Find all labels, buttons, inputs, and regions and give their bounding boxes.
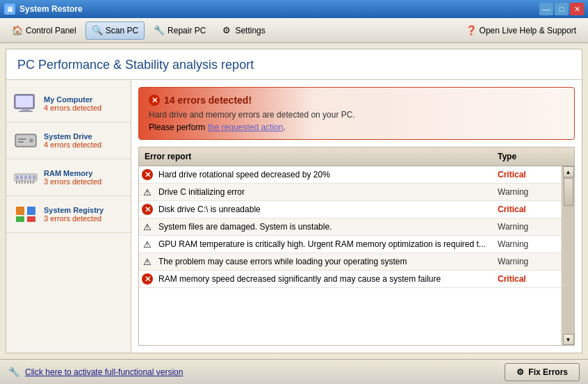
- main-content: PC Performance & Stability analysis repo…: [6, 49, 582, 353]
- fix-btn-icon: ⚙: [516, 367, 524, 377]
- maximize-button[interactable]: □: [555, 3, 569, 15]
- svg-rect-7: [18, 138, 26, 140]
- repair-pc-label: Repair PC: [168, 26, 206, 35]
- error-type: Warning: [492, 238, 562, 250]
- scan-pc-label: Scan PC: [106, 26, 138, 35]
- table-row: ✕Hard drive rotational speed decreased b…: [139, 166, 562, 184]
- svg-rect-11: [20, 175, 23, 179]
- error-icon: ✕: [142, 204, 153, 215]
- system-drive-status: 4 errors detected: [44, 141, 101, 149]
- status-bar: 🔧 Click here to activate full-functional…: [0, 359, 588, 384]
- control-panel-button[interactable]: 🏠 Control Panel: [6, 22, 83, 40]
- help-button[interactable]: ❓ Open Live Help & Support: [459, 22, 582, 40]
- table-row: ⚠Drive C initializing errorWarning: [139, 184, 562, 201]
- status-text[interactable]: Click here to activate full-functional v…: [25, 367, 183, 377]
- system-registry-status: 3 errors detected: [44, 214, 104, 223]
- svg-rect-8: [18, 141, 24, 143]
- error-type: Warning: [492, 255, 562, 268]
- svg-rect-20: [30, 181, 31, 184]
- svg-rect-14: [33, 175, 35, 179]
- error-text: Disk drive C:\ is unreadable: [156, 203, 492, 216]
- svg-rect-22: [16, 207, 24, 215]
- error-table: Error report Type ✕Hard drive rotational…: [138, 147, 575, 346]
- scan-pc-button[interactable]: 🔍 Scan PC: [85, 22, 145, 40]
- svg-rect-2: [22, 109, 30, 111]
- ram-memory-text: RAM Memory 3 errors detected: [44, 169, 101, 186]
- warning-icon: ⚠: [142, 221, 153, 232]
- sidebar-item-my-computer[interactable]: My Computer 4 errors detected: [6, 86, 131, 122]
- window-title: System Restore: [19, 4, 539, 14]
- svg-rect-12: [24, 175, 27, 179]
- sidebar-item-ram-memory[interactable]: RAM Memory 3 errors detected: [6, 159, 131, 196]
- close-button[interactable]: ✕: [570, 3, 584, 15]
- svg-rect-23: [27, 207, 35, 215]
- my-computer-icon: [13, 91, 38, 116]
- system-drive-name: System Drive: [44, 132, 101, 141]
- error-type: Warning: [492, 221, 562, 233]
- wrench-icon: 🔧: [8, 367, 19, 378]
- table-row: ⚠The problem may cause errors while load…: [139, 253, 562, 271]
- alert-body: Hard drive and memory errors are detecte…: [149, 110, 564, 120]
- col-header-scroll-spacer: [562, 150, 574, 163]
- sidebar: My Computer 4 errors detected System Dri…: [6, 80, 131, 353]
- alert-box: ✕ 14 errors detected! Hard drive and mem…: [138, 87, 575, 140]
- control-panel-label: Control Panel: [26, 26, 76, 35]
- main-area: My Computer 4 errors detected System Dri…: [6, 80, 582, 353]
- right-panel: ✕ 14 errors detected! Hard drive and mem…: [131, 80, 582, 353]
- scroll-thumb[interactable]: [564, 178, 573, 206]
- alert-header: ✕ 14 errors detected!: [149, 95, 564, 106]
- settings-icon: ⚙: [221, 25, 232, 36]
- error-text: Hard drive rotational speed decreased by…: [156, 168, 492, 181]
- table-row: ✕RAM memory speed decreased significantl…: [139, 271, 562, 288]
- scan-icon: 🔍: [92, 25, 103, 36]
- sidebar-item-system-drive[interactable]: System Drive 4 errors detected: [6, 122, 131, 159]
- my-computer-status: 4 errors detected: [44, 104, 101, 112]
- system-registry-name: System Registry: [44, 206, 104, 214]
- table-row: ⚠GPU RAM temperature is critically high.…: [139, 236, 562, 253]
- fix-errors-button[interactable]: ⚙ Fix Errors: [505, 363, 580, 381]
- minimize-button[interactable]: —: [539, 3, 553, 15]
- table-row: ✕Disk drive C:\ is unreadableCritical: [139, 201, 562, 218]
- system-registry-text: System Registry 3 errors detected: [44, 206, 104, 223]
- home-icon: 🏠: [12, 25, 23, 36]
- status-left: 🔧 Click here to activate full-functional…: [8, 367, 505, 378]
- warning-icon: ⚠: [142, 239, 153, 250]
- error-icon: ✕: [142, 169, 153, 180]
- app-icon: 🖥: [4, 3, 15, 15]
- col-header-error-report: Error report: [139, 150, 492, 163]
- scrollbar: ▲ ▼: [562, 166, 574, 345]
- table-header: Error report Type: [139, 147, 574, 166]
- error-text: Drive C initializing error: [156, 186, 492, 198]
- requested-action-link[interactable]: the requested action: [208, 122, 284, 132]
- page-title: PC Performance & Stability analysis repo…: [6, 49, 582, 80]
- table-body: ✕Hard drive rotational speed decreased b…: [139, 166, 562, 345]
- fix-btn-label: Fix Errors: [528, 367, 568, 377]
- svg-rect-13: [28, 175, 31, 179]
- scroll-down-button[interactable]: ▼: [563, 334, 574, 345]
- error-text: System files are damaged. System is unst…: [156, 221, 492, 233]
- my-computer-text: My Computer 4 errors detected: [44, 95, 101, 112]
- scroll-track: [563, 177, 574, 334]
- error-type: Warning: [492, 186, 562, 198]
- error-text: RAM memory speed decreased significantly…: [156, 273, 492, 285]
- help-icon: ❓: [466, 25, 477, 36]
- sidebar-item-system-registry[interactable]: System Registry 3 errors detected: [6, 196, 131, 233]
- toolbar: 🏠 Control Panel 🔍 Scan PC 🔧 Repair PC ⚙ …: [0, 18, 588, 43]
- my-computer-name: My Computer: [44, 95, 101, 104]
- repair-pc-button[interactable]: 🔧 Repair PC: [147, 22, 212, 40]
- warning-icon: ⚠: [142, 256, 153, 267]
- error-type: Critical: [492, 203, 562, 216]
- repair-icon: 🔧: [154, 25, 165, 36]
- scroll-up-button[interactable]: ▲: [563, 166, 574, 177]
- error-text: The problem may cause errors while loadi…: [156, 255, 492, 268]
- settings-button[interactable]: ⚙ Settings: [215, 22, 271, 40]
- title-bar: 🖥 System Restore — □ ✕: [0, 0, 588, 18]
- svg-rect-25: [27, 216, 35, 222]
- ram-memory-name: RAM Memory: [44, 169, 101, 177]
- svg-rect-16: [19, 181, 20, 184]
- error-text: GPU RAM temperature is critically high. …: [156, 238, 492, 250]
- window-controls: — □ ✕: [539, 3, 584, 15]
- svg-rect-3: [19, 111, 33, 112]
- alert-error-icon: ✕: [149, 95, 160, 106]
- error-icon: ✕: [142, 273, 153, 285]
